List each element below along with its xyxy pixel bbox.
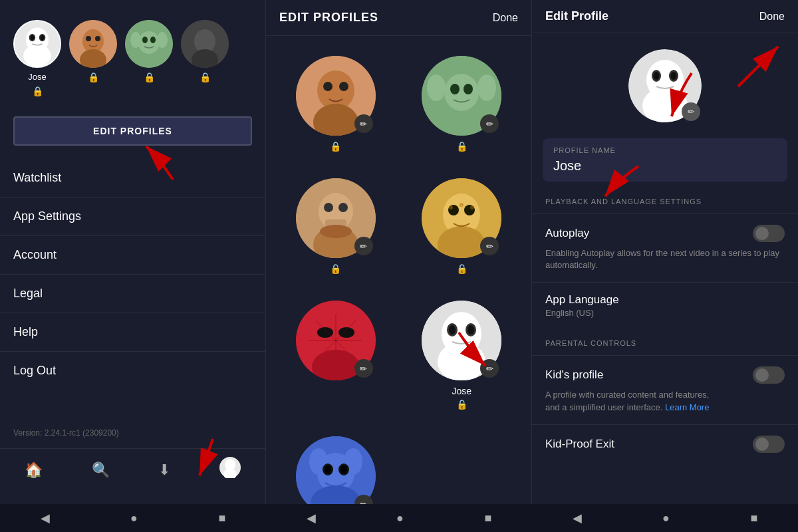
grid-lock-baymax: 🔒	[456, 399, 467, 410]
profile-name-value[interactable]: Jose	[553, 158, 777, 174]
edit-pencil-yoda[interactable]: ✏	[480, 114, 499, 133]
kids-profile-row: Kid's profile A profile with curated con…	[532, 355, 798, 424]
grid-profile-yoda: ✏ 🔒	[399, 43, 525, 165]
avatar-edit-button[interactable]: ✏	[682, 102, 700, 121]
edit-profiles-button[interactable]: EDIT PROFILES	[13, 116, 252, 146]
svg-point-40	[324, 203, 333, 212]
lock-icon-2: 🔒	[88, 72, 99, 82]
edit-pencil-luca[interactable]: ✏	[354, 114, 373, 133]
profile-name-jose: Jose	[28, 72, 46, 82]
profile-item-jose[interactable]: Jose 🔒	[13, 20, 61, 96]
nav-item-watchlist[interactable]: Watchlist	[0, 159, 265, 198]
edit-pencil-baymax[interactable]: ✏	[480, 359, 499, 378]
autoplay-toggle[interactable]	[753, 225, 785, 242]
profiles-row: Jose 🔒 🔒	[0, 13, 265, 110]
profile-icon[interactable]	[219, 457, 241, 483]
grid-profile-stitch: ✏	[273, 423, 399, 504]
grid-avatar-wrap-baymax: ✏	[422, 301, 501, 380]
recents-button-right[interactable]: ■	[750, 511, 757, 525]
svg-point-16	[142, 37, 148, 43]
download-icon[interactable]: ⬇	[158, 462, 170, 479]
svg-point-6	[41, 35, 45, 41]
svg-point-83	[654, 72, 660, 80]
profile-avatar-jose[interactable]	[13, 20, 61, 68]
version-text: Version: 2.24.1-rc1 (2309200)	[0, 418, 265, 448]
svg-point-32	[444, 74, 479, 111]
svg-point-66	[449, 325, 456, 334]
profile-item-4[interactable]: 🔒	[181, 20, 229, 82]
nav-item-help[interactable]: Help	[0, 313, 265, 352]
right-done-button[interactable]: Done	[759, 11, 785, 23]
autoplay-description: Enabling Autoplay allows for the next vi…	[545, 247, 785, 271]
svg-point-2	[23, 45, 51, 67]
parental-section-label: PARENTAL CONTROLS	[532, 334, 798, 355]
autoplay-label: Autoplay	[545, 227, 589, 240]
app-language-value: English (US)	[545, 308, 785, 318]
home-button-middle[interactable]: ●	[396, 511, 404, 525]
recents-button-middle[interactable]: ■	[484, 511, 491, 525]
grid-profile-spiderman: ✏	[273, 287, 399, 423]
svg-point-63	[438, 342, 485, 380]
home-button-left[interactable]: ●	[130, 511, 138, 525]
svg-point-51	[460, 203, 464, 207]
svg-point-13	[138, 31, 160, 54]
profile-item-2[interactable]: 🔒	[69, 20, 117, 82]
kid-proof-exit-toggle[interactable]	[753, 436, 785, 453]
edit-pencil-leopard[interactable]: ✏	[480, 237, 499, 255]
kids-profile-row-header: Kid's profile	[545, 366, 785, 384]
svg-point-29	[323, 82, 332, 91]
svg-point-30	[339, 82, 348, 91]
back-button-left[interactable]: ◀	[41, 511, 50, 525]
profile-avatar-2[interactable]	[69, 20, 117, 68]
kid-proof-exit-row: Kid-Proof Exit	[532, 424, 798, 464]
edit-pencil-spiderman[interactable]: ✏	[354, 359, 373, 378]
grid-avatar-wrap-yoda: ✏	[422, 56, 501, 136]
middle-done-button[interactable]: Done	[493, 12, 518, 24]
profile-name-section: PROFILE NAME Jose	[543, 138, 787, 182]
kid-proof-exit-label: Kid-Proof Exit	[545, 438, 614, 451]
lock-icon-4: 🔒	[200, 72, 211, 82]
profile-item-3[interactable]: 🔒	[125, 20, 173, 82]
recents-button-left[interactable]: ■	[218, 511, 225, 525]
nav-item-app-settings[interactable]: App Settings	[0, 198, 265, 236]
back-button-right[interactable]: ◀	[573, 511, 582, 525]
grid-avatar-wrap-stitch: ✏	[296, 436, 376, 504]
svg-point-15	[157, 32, 168, 48]
svg-point-10	[86, 36, 91, 41]
kids-profile-toggle[interactable]	[753, 366, 785, 384]
kids-profile-description: A profile with curated content and featu…	[545, 389, 785, 413]
grid-profile-luca: ✏ 🔒	[273, 43, 399, 165]
nav-item-legal[interactable]: Legal	[0, 275, 265, 313]
grid-name-jose: Jose	[452, 386, 471, 396]
home-button-right[interactable]: ●	[662, 511, 670, 525]
profiles-grid: ✏ 🔒	[266, 36, 531, 504]
grid-lock-yoda: 🔒	[456, 141, 467, 152]
nav-item-logout[interactable]: Log Out	[0, 352, 265, 390]
app-language-title: App Language	[545, 293, 785, 307]
nav-item-account[interactable]: Account	[0, 236, 265, 275]
svg-point-74	[325, 466, 331, 473]
android-nav-middle: ◀ ● ■	[266, 504, 532, 532]
grid-lock-obiwan: 🔒	[330, 263, 341, 274]
back-button-middle[interactable]: ◀	[307, 511, 316, 525]
panel-left: Jose 🔒 🔒	[0, 0, 266, 532]
autoplay-row-header: Autoplay	[545, 225, 785, 242]
svg-point-34	[477, 74, 496, 101]
svg-point-50	[470, 205, 474, 209]
edit-profile-header: Edit Profile Done	[532, 0, 798, 33]
svg-point-54	[317, 327, 333, 338]
learn-more-link[interactable]: Learn More	[665, 402, 709, 412]
search-icon[interactable]: 🔍	[92, 462, 110, 479]
home-icon[interactable]: 🏠	[25, 462, 43, 479]
grid-profile-obiwan: ✏ 🔒	[273, 165, 399, 287]
svg-point-41	[338, 203, 348, 212]
kid-proof-exit-row-header: Kid-Proof Exit	[545, 436, 785, 453]
nav-menu: Watchlist App Settings Account Legal Hel…	[0, 159, 265, 418]
profile-avatar-3[interactable]	[125, 20, 173, 68]
grid-lock-luca: 🔒	[330, 141, 341, 152]
profile-avatar-4[interactable]	[181, 20, 229, 68]
svg-point-55	[338, 327, 354, 338]
edit-pencil-obiwan[interactable]: ✏	[354, 237, 373, 255]
grid-profile-baymax: ✏ Jose 🔒	[399, 287, 525, 423]
grid-profile-leopard: ✏ 🔒	[399, 165, 525, 287]
